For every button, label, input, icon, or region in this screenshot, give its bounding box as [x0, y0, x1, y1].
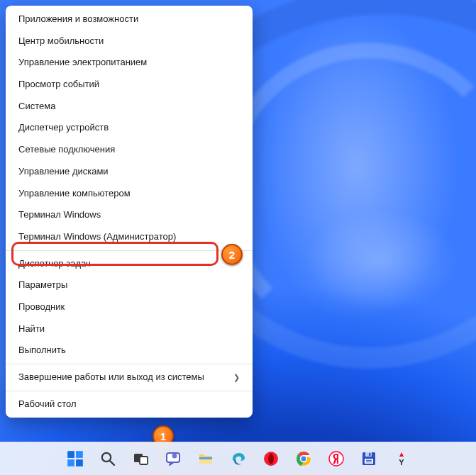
svg-text:Y: Y — [399, 458, 404, 466]
menu-item-6[interactable]: Сетевые подключения — [6, 139, 253, 161]
taskbar-unknown-app[interactable]: Y — [388, 445, 415, 472]
taskbar: Y — [0, 442, 476, 475]
opera-icon — [262, 450, 279, 467]
menu-item-3[interactable]: Просмотр событий — [6, 74, 253, 96]
menu-item-0[interactable]: Приложения и возможности — [6, 9, 253, 30]
taskbar-search[interactable] — [94, 445, 121, 472]
chrome-icon — [295, 450, 312, 467]
file-explorer-icon — [197, 450, 214, 467]
taskbar-opera[interactable] — [258, 445, 284, 472]
taskbar-floppy[interactable] — [355, 445, 382, 472]
start-button[interactable] — [62, 445, 89, 472]
menu-separator — [6, 250, 253, 251]
menu-item-7[interactable]: Управление дисками — [6, 161, 253, 183]
search-icon — [99, 450, 116, 467]
menu-separator — [6, 364, 253, 364]
menu-item-10[interactable]: Терминал Windows (Администратор) — [6, 226, 253, 248]
svg-rect-22 — [369, 453, 370, 456]
svg-rect-7 — [140, 457, 148, 464]
svg-line-5 — [110, 461, 114, 465]
taskview-icon — [132, 450, 149, 467]
menu-item-5[interactable]: Диспетчер устройств — [6, 117, 253, 139]
taskbar-edge[interactable] — [225, 445, 252, 472]
menu-item-9[interactable]: Терминал Windows — [6, 204, 253, 226]
menu-item-15[interactable]: Выполнить — [6, 340, 253, 362]
winx-context-menu: Приложения и возможностиЦентр мобильност… — [6, 6, 253, 418]
menu-separator — [6, 391, 253, 391]
menu-item-13[interactable]: Проводник — [6, 296, 253, 318]
svg-point-9 — [172, 454, 177, 459]
svg-rect-2 — [67, 459, 74, 466]
desktop: Приложения и возможностиЦентр мобильност… — [0, 0, 476, 475]
menu-item-4[interactable]: Система — [6, 96, 253, 118]
unknown-app-icon: Y — [393, 450, 410, 467]
edge-icon — [230, 450, 247, 467]
svg-rect-21 — [365, 452, 372, 457]
svg-rect-1 — [76, 451, 83, 458]
svg-rect-11 — [199, 457, 212, 459]
menu-item-12[interactable]: Параметры — [6, 274, 253, 296]
menu-item-1[interactable]: Центр мобильности — [6, 30, 253, 52]
taskbar-chat[interactable] — [160, 445, 187, 472]
svg-rect-0 — [67, 451, 74, 458]
menu-item-16[interactable]: Завершение работы или выход из системы — [6, 367, 253, 389]
svg-point-13 — [268, 453, 274, 464]
taskbar-taskview[interactable] — [127, 445, 154, 472]
menu-item-2[interactable]: Управление электропитанием — [6, 52, 253, 74]
yandex-icon — [328, 450, 345, 467]
floppy-icon — [360, 450, 377, 467]
menu-item-14[interactable]: Найти — [6, 318, 253, 340]
menu-item-17[interactable]: Рабочий стол — [6, 393, 253, 415]
menu-item-11[interactable]: Диспетчер задач — [6, 253, 253, 275]
taskbar-file-explorer[interactable] — [192, 445, 219, 472]
svg-rect-23 — [365, 459, 373, 464]
taskbar-yandex[interactable] — [323, 445, 350, 472]
chat-icon — [165, 450, 182, 467]
menu-item-8[interactable]: Управление компьютером — [6, 183, 253, 205]
start-icon — [66, 449, 84, 468]
svg-rect-3 — [76, 459, 83, 466]
taskbar-chrome[interactable] — [290, 445, 317, 472]
